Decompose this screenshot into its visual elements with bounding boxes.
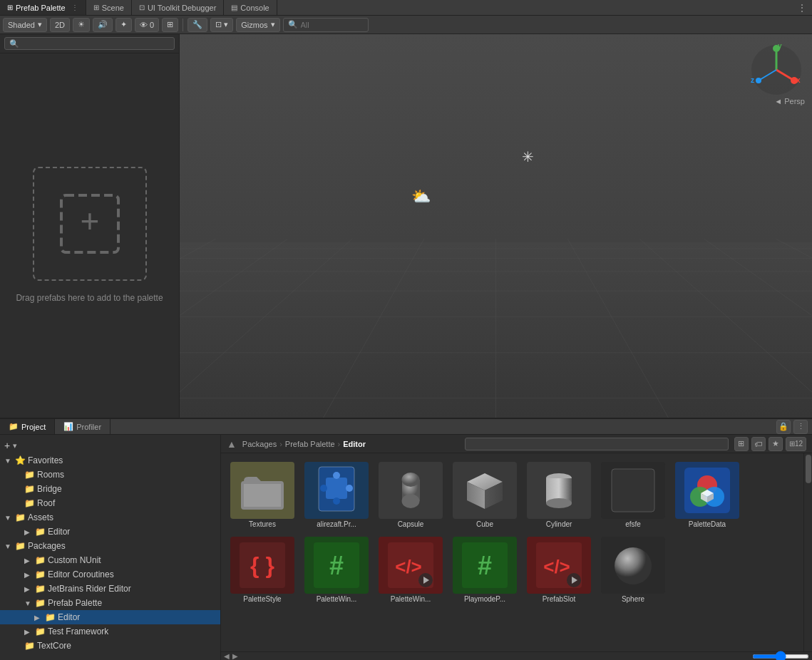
scene-viewport[interactable]: ✳ ⛅ y x z — [180, 34, 812, 418]
svg-point-38 — [401, 473, 419, 487]
filter-star-icon[interactable]: ★ — [769, 437, 783, 451]
svg-rect-32 — [326, 478, 347, 499]
more-button[interactable]: ⋮ — [793, 420, 808, 434]
tree-item-assets[interactable]: ▼ 📁 Assets — [0, 510, 220, 525]
scene-search-input[interactable] — [301, 21, 358, 29]
tree-item-favorites[interactable]: ▼ ⭐ Favorites — [0, 453, 220, 468]
prefab-palette-menu[interactable]: ⋮ — [71, 4, 78, 11]
svg-point-69 — [615, 547, 652, 584]
tree-item-prefab-editor[interactable]: ▶ 📁 Editor — [0, 610, 220, 624]
file-label-cube: Cube — [476, 520, 493, 528]
file-item-palette-style[interactable]: { } PaletteStyle — [227, 534, 298, 606]
file-item-cube[interactable]: Cube — [449, 459, 520, 531]
tree-item-packages[interactable]: ▼ 📁 Packages — [0, 539, 220, 553]
tree-item-textcore[interactable]: 📁 TextCore — [0, 639, 220, 653]
tree-item-editor[interactable]: ▶ 📁 Editor — [0, 525, 220, 539]
scroll-right-btn[interactable]: ▶ — [232, 652, 238, 660]
breadcrumb-sep-1: › — [279, 440, 282, 448]
svg-point-35 — [333, 497, 340, 505]
tree-item-bridge[interactable]: 📁 Bridge — [0, 482, 220, 496]
file-item-palette-win-2[interactable]: </> PaletteWin... — [375, 534, 446, 606]
project-search-icons: ⊞ 🏷 ★ ⊞ 12 — [734, 437, 806, 451]
tree-scroll-up-icon[interactable]: ▲ — [227, 438, 237, 450]
bottom-tab-bar: 📁 Project 📊 Profiler 🔒 ⋮ — [0, 419, 812, 435]
fx-button[interactable]: ✦ — [115, 18, 132, 32]
prefab-palette-arrow-icon: ▼ — [24, 599, 33, 607]
textcore-folder-icon: 📁 — [24, 641, 35, 651]
tab-project[interactable]: 📁 Project — [0, 419, 55, 434]
prefab-slot-icon: </> — [527, 537, 591, 594]
display-dropdown[interactable]: ⊡ ▾ — [210, 18, 233, 32]
efsfe-icon — [601, 462, 665, 519]
tab-console[interactable]: ▤ Console — [224, 0, 277, 15]
prefab-editor-arrow-icon: ▶ — [34, 614, 43, 622]
tab-more-button[interactable]: ⋮ — [792, 0, 812, 15]
scene-gizmo[interactable]: y x z — [748, 41, 805, 98]
dropdown-button[interactable]: ▾ — [13, 441, 17, 450]
file-item-palette-win-1[interactable]: # PaletteWin... — [301, 534, 372, 606]
palette-win2-icon: </> — [379, 537, 443, 594]
tree-item-rooms[interactable]: 📁 Rooms — [0, 468, 220, 482]
shaded-dropdown[interactable]: Shaded ▾ — [3, 18, 47, 32]
palette-drop-zone[interactable]: + Drag prefabs here to add to the palett… — [0, 53, 179, 418]
breadcrumb-sep-2: › — [338, 440, 341, 448]
filter-label-icon[interactable]: 🏷 — [751, 437, 766, 451]
tab-scene[interactable]: ⊞ Scene — [86, 0, 132, 15]
cloud-icon: ⛅ — [411, 187, 431, 206]
project-search-input[interactable] — [465, 438, 729, 450]
grid-button[interactable]: ⊞ — [162, 18, 178, 32]
breadcrumb-prefab-palette[interactable]: Prefab Palette — [285, 440, 335, 448]
breadcrumb-packages[interactable]: Packages — [242, 440, 277, 448]
file-item-alirezaft[interactable]: alirezaft.Pr... — [301, 459, 372, 531]
tree-item-custom-nunit[interactable]: ▶ 📁 Custom NUnit — [0, 553, 220, 567]
palette-drop-text: Drag prefabs here to add to the palette — [16, 292, 163, 304]
file-label-palette-win-1: PaletteWin... — [317, 595, 357, 603]
file-label-efsfe: efsfe — [625, 520, 641, 528]
gizmos-chevron-icon: ▾ — [271, 20, 275, 29]
project-tree: + ▾ ▼ ⭐ Favorites 📁 Rooms 📁 Bridge 📁 Roo… — [0, 435, 221, 660]
toolbar-separator — [183, 19, 183, 31]
tree-item-jetbrains[interactable]: ▶ 📁 JetBrains Rider Editor — [0, 582, 220, 596]
bottom-scrollbar: ◀ ▶ — [221, 651, 812, 660]
lighting-button[interactable]: ☀ — [73, 18, 90, 32]
lock-button[interactable]: 🔒 — [776, 420, 791, 434]
2d-button[interactable]: 2D — [50, 18, 70, 32]
scroll-thumb[interactable] — [806, 455, 811, 483]
svg-text:+: + — [80, 202, 99, 239]
search-icon: 🔍 — [288, 20, 298, 29]
file-item-capsule[interactable]: Capsule — [375, 459, 446, 531]
file-item-efsfe[interactable]: efsfe — [597, 459, 669, 531]
file-item-playmode[interactable]: # PlaymodeP... — [449, 534, 520, 606]
filter-type-icon[interactable]: ⊞ — [734, 437, 749, 451]
tree-item-editor-coroutines[interactable]: ▶ 📁 Editor Coroutines — [0, 567, 220, 582]
file-item-textures[interactable]: Textures — [227, 459, 298, 531]
shaded-chevron-icon: ▾ — [38, 20, 42, 29]
svg-text:</>: </> — [395, 556, 422, 577]
main-content-area: + Drag prefabs here to add to the palett… — [0, 34, 812, 418]
file-item-cylinder[interactable]: Cylinder — [523, 459, 595, 531]
tab-prefab-palette[interactable]: ⊞ Prefab Palette ⋮ — [0, 0, 86, 15]
file-item-sphere[interactable]: Sphere — [597, 534, 669, 606]
ui-toolkit-icon: ⊡ — [139, 4, 145, 11]
tools-button[interactable]: 🔧 — [187, 18, 207, 32]
audio-button[interactable]: 🔊 — [93, 18, 113, 32]
file-item-prefab-slot[interactable]: </> PrefabSlot — [523, 534, 595, 606]
visibility-button[interactable]: 👁 0 — [135, 18, 159, 32]
right-scrollbar[interactable] — [803, 453, 812, 651]
tree-item-test-framework[interactable]: ▶ 📁 Test Framework — [0, 624, 220, 639]
scene-toolbar: Shaded ▾ 2D ☀ 🔊 ✦ 👁 0 ⊞ 🔧 ⊡ ▾ Gizmos ▾ 🔍 — [0, 16, 812, 34]
tab-profiler[interactable]: 📊 Profiler — [55, 419, 111, 434]
tab-ui-toolkit[interactable]: ⊡ UI Toolkit Debugger — [132, 0, 224, 15]
tree-item-prefab-palette[interactable]: ▼ 📁 Prefab Palette — [0, 596, 220, 610]
breadcrumb-editor[interactable]: Editor — [343, 440, 366, 448]
textures-folder-icon — [230, 462, 294, 519]
gizmos-dropdown[interactable]: Gizmos ▾ — [236, 18, 279, 32]
palette-search-input[interactable] — [4, 37, 175, 50]
file-item-palette-data[interactable]: PaletteData — [672, 459, 743, 531]
add-button[interactable]: + — [4, 440, 10, 451]
scene-search-bar[interactable]: 🔍 — [283, 18, 369, 32]
tree-item-roof[interactable]: 📁 Roof — [0, 496, 220, 510]
scroll-left-btn[interactable]: ◀ — [224, 652, 230, 660]
zoom-slider[interactable] — [752, 654, 809, 659]
file-label-prefab-slot: PrefabSlot — [543, 595, 576, 603]
